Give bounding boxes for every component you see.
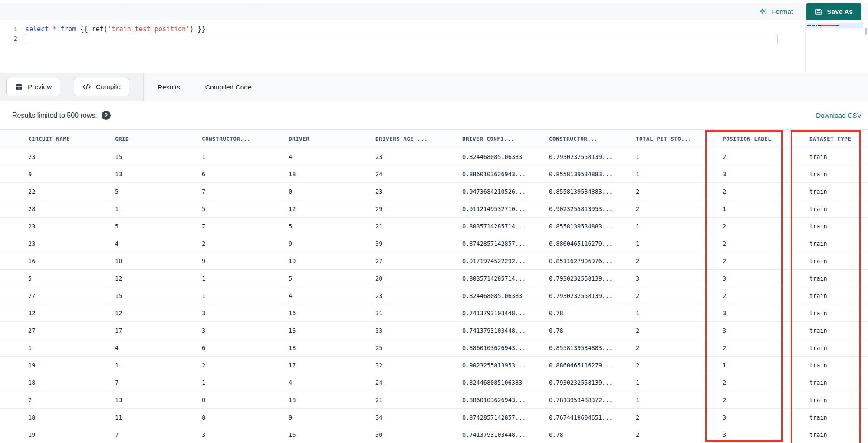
table-cell: 27 <box>22 287 108 304</box>
table-cell: train <box>803 426 868 443</box>
editor-toolbar: Format Save As <box>0 3 868 20</box>
table-cell: 27 <box>369 252 456 269</box>
table-cell: train <box>803 148 868 165</box>
table-header-row: CIRCUIT_NAMEGRIDCONSTRUCTOR...DRIVERDRIV… <box>0 129 868 148</box>
table-cell: 5 <box>195 200 282 217</box>
table-row: 51215200.8035714285714...0.7930232558139… <box>0 270 868 287</box>
minimap-segment <box>837 25 838 26</box>
table-cell: 0.78 <box>542 322 629 339</box>
table-cell: 2 <box>629 322 716 339</box>
table-cell: 15 <box>108 148 195 165</box>
table-cell: 0.824468085106383 <box>456 287 542 304</box>
minimap-segment <box>821 25 836 26</box>
tab-results[interactable]: Results <box>156 73 182 101</box>
sparkle-icon <box>759 7 768 16</box>
table-cell: 28 <box>22 200 108 217</box>
minimap-segment <box>836 25 837 26</box>
column-header: DRIVER <box>282 130 369 148</box>
file-tab-strip <box>0 0 868 3</box>
table-cell: 0.9171974522292... <box>456 252 542 269</box>
table-cell: 1 <box>716 357 803 374</box>
table-cell: 16 <box>282 322 369 339</box>
table-cell: 1 <box>629 165 716 182</box>
table-row: 191217320.9023255813953...0.886046511627… <box>0 357 868 374</box>
table-cell: 13 <box>108 391 195 408</box>
table-cell: 1 <box>108 357 195 374</box>
table-cell: 4 <box>282 287 369 304</box>
minimap-viewport[interactable] <box>806 23 863 28</box>
column-header: CONSTRUCTOR... <box>542 130 629 148</box>
results-info-row: Results limited to 500 rows. ? Download … <box>0 101 868 129</box>
table-cell: 2 <box>629 252 716 269</box>
table-cell: 0.8860465116279... <box>542 357 629 374</box>
table-cell: train <box>803 287 868 304</box>
tab-compiled-code[interactable]: Compiled Code <box>204 73 253 101</box>
table-cell: 7 <box>195 183 282 200</box>
table-cell: 8 <box>195 409 282 426</box>
minimap-segment <box>820 25 821 26</box>
table-cell: 23 <box>22 218 108 235</box>
compile-button[interactable]: Compile <box>74 78 129 96</box>
table-cell: 16 <box>22 252 108 269</box>
table-cell: 4 <box>282 148 369 165</box>
table-cell: 0.8558139534883... <box>542 183 629 200</box>
table-cell: 21 <box>369 391 456 408</box>
table-cell: 2 <box>716 252 803 269</box>
table-cell: 24 <box>369 165 456 182</box>
table-cell: 18 <box>282 165 369 182</box>
table-cell: 32 <box>369 357 456 374</box>
preview-button[interactable]: Preview <box>6 78 60 96</box>
table-cell: 2 <box>629 287 716 304</box>
cursor-line-box <box>25 34 778 44</box>
code-token: 'train_test_position' <box>108 25 190 33</box>
minimap[interactable] <box>805 21 863 71</box>
table-icon <box>15 83 23 91</box>
table-cell: train <box>803 374 868 391</box>
code-editor[interactable]: 1 2 select * from {{ ref('train_test_pos… <box>0 20 868 73</box>
table-cell: 23 <box>22 148 108 165</box>
table-cell: 2 <box>716 287 803 304</box>
table-cell: 0.9023255813953... <box>456 357 542 374</box>
table-cell: 3 <box>716 270 803 287</box>
table-cell: 6 <box>195 339 282 356</box>
preview-label: Preview <box>28 83 52 91</box>
table-cell: 9 <box>195 252 282 269</box>
editor-scrollbar-thumb[interactable] <box>865 28 867 35</box>
table-cell: 0.7930232558139... <box>542 148 629 165</box>
table-row: 23429390.8742857142857...0.8860465116279… <box>0 235 868 252</box>
table-cell: 3 <box>629 270 716 287</box>
table-cell: 25 <box>369 339 456 356</box>
format-button[interactable]: Format <box>759 7 793 16</box>
table-cell: 12 <box>108 270 195 287</box>
table-cell: 5 <box>22 270 108 287</box>
save-as-button[interactable]: Save As <box>806 3 861 20</box>
table-cell: 23 <box>369 287 456 304</box>
table-cell: 0.9112149532710... <box>456 200 542 217</box>
table-cell: 27 <box>22 322 108 339</box>
table-cell: 1 <box>195 148 282 165</box>
code-token: {{ <box>80 25 92 33</box>
table-cell: 3 <box>716 426 803 443</box>
table-row: 197316300.7413793103448...0.7823train <box>0 426 868 443</box>
table-cell: 0.8742857142857... <box>456 409 542 426</box>
table-cell: 2 <box>629 200 716 217</box>
table-cell: 5 <box>108 183 195 200</box>
question-mark-icon[interactable]: ? <box>102 111 111 120</box>
table-cell: 0.7413793103448... <box>456 304 542 321</box>
action-bar: Preview Compile Results Compiled Code <box>0 73 868 101</box>
download-csv-link[interactable]: Download CSV <box>816 112 861 119</box>
table-row: 231514230.8244680851063830.7930232558139… <box>0 148 868 165</box>
table-cell: 2 <box>629 357 716 374</box>
table-row: 2717316330.7413793103448...0.7823train <box>0 322 868 339</box>
table-cell: 0.8035714285714... <box>456 270 542 287</box>
table-cell: 3 <box>195 322 282 339</box>
table-cell: 21 <box>369 218 456 235</box>
table-cell: 0.8742857142857... <box>456 235 542 252</box>
table-cell: 3 <box>716 409 803 426</box>
table-cell: 2 <box>629 339 716 356</box>
ide-screen: Format Save As 1 2 select * from {{ ref(… <box>0 0 868 443</box>
table-cell: 29 <box>369 200 456 217</box>
minimap-code-line <box>807 25 839 26</box>
table-cell: 9 <box>282 235 369 252</box>
table-cell: 23 <box>369 183 456 200</box>
